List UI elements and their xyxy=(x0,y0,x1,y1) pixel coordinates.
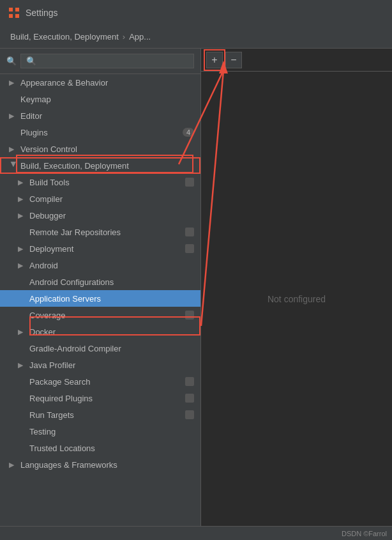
sidebar-item-label: Android Configurations xyxy=(29,277,194,287)
sidebar-item-trusted-locations[interactable]: Trusted Locations xyxy=(0,440,200,456)
sidebar-item-label: Docker xyxy=(29,327,194,337)
sidebar-item-languages-frameworks[interactable]: ▶Languages & Frameworks xyxy=(0,456,200,473)
scroll-indicator xyxy=(185,178,194,187)
chevron-icon: ▶ xyxy=(9,145,18,153)
svg-rect-1 xyxy=(15,8,19,12)
toolbar: + − xyxy=(201,49,392,72)
chevron-icon: ▶ xyxy=(10,161,18,170)
not-configured-label: Not configured xyxy=(268,294,326,304)
sidebar-item-build-exec[interactable]: ▶Build, Execution, Deployment xyxy=(0,157,200,174)
sidebar-item-label: Deployment xyxy=(29,244,185,254)
scroll-indicator xyxy=(185,410,194,419)
sidebar-item-label: Trusted Locations xyxy=(29,444,194,453)
chevron-icon: ▶ xyxy=(18,245,27,253)
sidebar-item-label: Run Targets xyxy=(29,410,185,420)
nav-items-container: ▶Appearance & BehaviorKeymap▶EditorPlugi… xyxy=(0,74,200,473)
sidebar-item-label: Application Servers xyxy=(29,294,194,304)
right-panel: + − Not configured xyxy=(201,49,392,526)
scroll-indicator xyxy=(185,394,194,403)
sidebar-item-version-control[interactable]: ▶Version Control xyxy=(0,141,200,157)
search-icon: 🔍 xyxy=(6,56,17,66)
svg-rect-0 xyxy=(9,8,13,12)
sidebar-item-label: Appearance & Behavior xyxy=(20,78,194,88)
window-title: Settings xyxy=(26,8,58,18)
sidebar-item-editor[interactable]: ▶Editor xyxy=(0,107,200,124)
sidebar-item-label: Debugger xyxy=(29,211,194,220)
sidebar-item-remote-jar[interactable]: Remote Jar Repositories xyxy=(0,224,200,240)
sidebar-item-label: Version Control xyxy=(20,144,194,154)
sidebar-item-deployment[interactable]: ▶Deployment xyxy=(0,240,200,257)
sidebar-item-java-profiler[interactable]: ▶Java Profiler xyxy=(0,357,200,373)
remove-server-button[interactable]: − xyxy=(225,52,242,68)
chevron-icon: ▶ xyxy=(9,112,18,120)
panel-content: Not configured xyxy=(201,72,392,526)
search-input[interactable] xyxy=(20,54,194,68)
sidebar-item-plugins[interactable]: Plugins4 xyxy=(0,124,200,141)
sidebar-item-gradle-android[interactable]: Gradle-Android Compiler xyxy=(0,340,200,357)
scroll-indicator xyxy=(185,311,194,320)
sidebar-item-required-plugins[interactable]: Required Plugins xyxy=(0,390,200,406)
sidebar-item-label: Languages & Frameworks xyxy=(20,460,194,470)
sidebar-item-label: Coverage xyxy=(29,311,185,320)
scroll-indicator xyxy=(185,244,194,253)
sidebar-item-label: Android xyxy=(29,261,194,270)
chevron-icon: ▶ xyxy=(18,328,27,336)
sidebar-item-appearance[interactable]: ▶Appearance & Behavior xyxy=(0,74,200,91)
badge: 4 xyxy=(183,128,194,137)
chevron-icon: ▶ xyxy=(9,79,18,87)
sidebar-item-label: Plugins xyxy=(20,128,183,137)
breadcrumb-parent: Build, Execution, Deployment xyxy=(10,32,119,42)
sidebar-item-testing[interactable]: Testing xyxy=(0,423,200,440)
sidebar-item-run-targets[interactable]: Run Targets xyxy=(0,406,200,423)
sidebar-item-android-configs[interactable]: Android Configurations xyxy=(0,274,200,290)
sidebar-item-debugger[interactable]: ▶Debugger xyxy=(0,207,200,224)
breadcrumb-bar: Build, Execution, Deployment › App... xyxy=(0,26,392,49)
sidebar-item-compiler[interactable]: ▶Compiler xyxy=(0,190,200,207)
sidebar-item-label: Java Profiler xyxy=(29,360,194,370)
add-server-button[interactable]: + xyxy=(206,52,223,68)
sidebar-item-package-search[interactable]: Package Search xyxy=(0,373,200,390)
sidebar-item-android[interactable]: ▶Android xyxy=(0,257,200,274)
chevron-icon: ▶ xyxy=(18,261,27,270)
sidebar-item-label: Build Tools xyxy=(29,178,185,187)
settings-icon xyxy=(8,6,20,19)
search-bar: 🔍 xyxy=(0,49,200,74)
scroll-indicator xyxy=(185,377,194,386)
sidebar-item-label: Required Plugins xyxy=(29,394,185,403)
breadcrumb-current: App... xyxy=(129,32,151,42)
bottom-bar: DSDN ©Farrol xyxy=(0,526,392,540)
svg-rect-2 xyxy=(9,14,13,18)
chevron-icon: ▶ xyxy=(9,461,18,469)
scroll-indicator xyxy=(185,228,194,236)
footer-text: DSDN ©Farrol xyxy=(342,530,387,537)
sidebar-item-app-servers[interactable]: Application Servers xyxy=(0,290,200,307)
sidebar-item-label: Editor xyxy=(20,111,194,121)
title-bar: Settings xyxy=(0,0,392,26)
sidebar-item-label: Gradle-Android Compiler xyxy=(29,344,194,353)
settings-window: Settings Build, Execution, Deployment › … xyxy=(0,0,392,540)
svg-rect-3 xyxy=(15,14,19,18)
sidebar-item-keymap[interactable]: Keymap xyxy=(0,91,200,107)
content-area: Build, Execution, Deployment › App... 🔍 … xyxy=(0,26,392,526)
sidebar: 🔍 ▶Appearance & BehaviorKeymap▶EditorPlu… xyxy=(0,49,201,526)
sidebar-item-label: Build, Execution, Deployment xyxy=(20,161,194,171)
sidebar-item-docker[interactable]: ▶Docker xyxy=(0,323,200,340)
sidebar-item-label: Compiler xyxy=(29,194,194,204)
sidebar-item-label: Remote Jar Repositories xyxy=(29,228,185,237)
chevron-icon: ▶ xyxy=(18,361,27,369)
chevron-icon: ▶ xyxy=(18,212,27,220)
sidebar-item-label: Testing xyxy=(29,427,194,436)
sidebar-item-label: Package Search xyxy=(29,377,185,387)
main-content: 🔍 ▶Appearance & BehaviorKeymap▶EditorPlu… xyxy=(0,49,392,526)
sidebar-item-coverage[interactable]: Coverage xyxy=(0,307,200,323)
chevron-icon: ▶ xyxy=(18,178,27,187)
breadcrumb-separator: › xyxy=(123,32,125,42)
sidebar-item-build-tools[interactable]: ▶Build Tools xyxy=(0,174,200,190)
chevron-icon: ▶ xyxy=(18,195,27,203)
sidebar-item-label: Keymap xyxy=(20,95,194,104)
